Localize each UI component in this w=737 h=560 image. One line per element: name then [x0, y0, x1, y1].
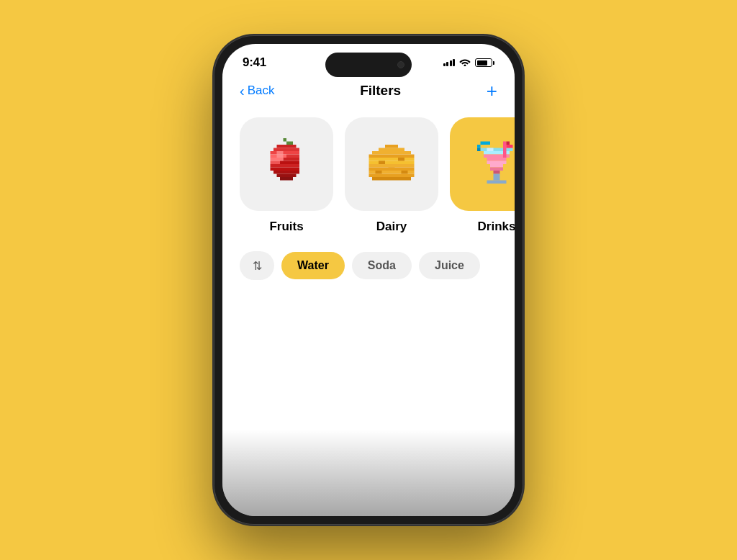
svg-rect-37: [487, 161, 507, 165]
svg-rect-2: [277, 145, 297, 148]
svg-rect-8: [284, 158, 300, 161]
svg-rect-9: [271, 161, 281, 165]
svg-rect-7: [271, 158, 284, 161]
svg-rect-21: [369, 158, 415, 161]
category-icon-wrap-fruits: [240, 117, 333, 211]
svg-rect-19: [379, 148, 404, 152]
category-scroll: Fruits: [222, 112, 515, 245]
svg-rect-22: [369, 161, 415, 165]
back-label: Back: [248, 83, 275, 98]
svg-rect-24: [398, 158, 404, 161]
filter-chips-row: ⇅ Water Soda Juice: [222, 245, 515, 297]
battery-tip: [493, 61, 494, 65]
svg-rect-46: [507, 142, 510, 145]
back-button[interactable]: ‹ Back: [240, 83, 274, 99]
navigation-bar: ‹ Back Filters +: [222, 76, 515, 112]
status-icons: [443, 57, 495, 68]
svg-rect-10: [280, 161, 299, 165]
back-chevron-icon: ‹: [240, 83, 245, 99]
filter-chip-soda[interactable]: Soda: [352, 252, 412, 279]
svg-rect-41: [494, 174, 500, 178]
svg-rect-32: [372, 177, 411, 181]
status-bar: 9:41: [222, 44, 515, 76]
phone-device: 9:41: [214, 35, 523, 525]
svg-rect-30: [402, 171, 408, 174]
category-icon-wrap-drinks: [450, 117, 515, 211]
category-icon-wrap-dairy: [345, 117, 438, 211]
svg-rect-4: [271, 151, 300, 155]
svg-rect-15: [280, 177, 293, 181]
svg-rect-12: [271, 168, 300, 171]
svg-rect-47: [477, 145, 481, 148]
filter-chip-water-label: Water: [297, 259, 329, 271]
cheese-icon: [366, 138, 417, 190]
svg-rect-43: [487, 181, 507, 184]
signal-bar-4: [453, 59, 455, 66]
category-label-drinks: Drinks: [478, 220, 515, 234]
sort-icon: ⇅: [253, 259, 262, 273]
svg-rect-11: [271, 164, 300, 168]
svg-rect-14: [277, 174, 297, 178]
svg-rect-36: [487, 158, 507, 161]
dynamic-island: [325, 53, 412, 77]
svg-rect-27: [369, 168, 415, 171]
filter-chip-juice[interactable]: Juice: [419, 252, 480, 279]
page-title: Filters: [360, 83, 401, 99]
battery-icon: [475, 58, 494, 67]
cocktail-icon: [471, 138, 515, 190]
phone-screen: 9:41: [222, 44, 515, 516]
svg-rect-48: [481, 142, 491, 145]
signal-bar-3: [450, 60, 452, 66]
filter-chip-water[interactable]: Water: [281, 252, 345, 279]
svg-rect-42: [494, 177, 500, 181]
filter-chip-soda-label: Soda: [368, 259, 396, 271]
battery-fill: [477, 60, 487, 66]
signal-bar-2: [446, 62, 448, 66]
svg-rect-31: [369, 174, 415, 178]
category-card-drinks[interactable]: Drinks: [450, 117, 515, 234]
svg-rect-13: [273, 171, 299, 174]
svg-rect-44: [503, 142, 507, 158]
signal-bars-icon: [443, 59, 456, 66]
svg-rect-16: [277, 151, 284, 158]
svg-rect-39: [490, 168, 503, 171]
wifi-icon: [459, 57, 471, 68]
signal-bar-1: [443, 63, 446, 66]
svg-rect-33: [481, 148, 513, 152]
svg-rect-18: [372, 151, 411, 155]
category-label-dairy: Dairy: [376, 220, 407, 234]
add-button[interactable]: +: [487, 81, 497, 100]
svg-rect-6: [286, 155, 299, 158]
svg-rect-23: [379, 161, 385, 165]
svg-rect-17: [369, 155, 415, 158]
svg-rect-50: [487, 148, 494, 152]
apple-icon: [261, 138, 312, 190]
svg-rect-38: [490, 164, 503, 168]
svg-rect-20: [385, 145, 398, 148]
category-card-fruits[interactable]: Fruits: [240, 117, 333, 234]
category-card-dairy[interactable]: Dairy: [345, 117, 438, 234]
svg-rect-0: [284, 138, 287, 142]
category-label-fruits: Fruits: [269, 220, 303, 234]
svg-rect-3: [273, 148, 299, 152]
svg-rect-29: [376, 171, 382, 174]
svg-rect-26: [369, 164, 415, 168]
sort-button[interactable]: ⇅: [240, 251, 274, 280]
svg-rect-40: [494, 171, 500, 174]
camera-dot: [397, 61, 404, 68]
filter-chip-juice-label: Juice: [435, 259, 464, 271]
status-time: 9:41: [243, 55, 266, 70]
svg-rect-49: [477, 148, 481, 152]
svg-rect-1: [286, 142, 293, 145]
svg-rect-45: [507, 145, 513, 148]
